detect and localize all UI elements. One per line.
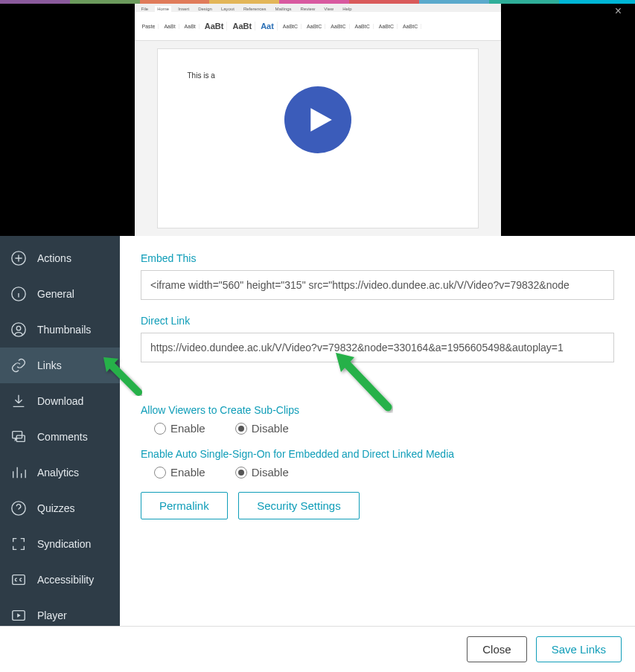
expand-icon <box>10 536 27 552</box>
sidebar-item-label: Analytics <box>37 467 79 479</box>
player-icon <box>10 607 27 624</box>
svg-rect-4 <box>13 432 22 438</box>
sidebar-item-label: Player <box>37 609 67 621</box>
radio-label: Disable <box>252 466 289 479</box>
svg-rect-7 <box>13 575 25 585</box>
ribbon-tab: Insert <box>176 6 191 12</box>
sidebar-item-label: Quizzes <box>37 502 75 514</box>
sso-disable-radio[interactable]: Disable <box>235 466 289 479</box>
sidebar-item-label: Links <box>37 359 62 371</box>
sidebar-item-syndication[interactable]: Syndication <box>0 526 120 562</box>
sidebar: Actions General Thumbnails Links Downloa… <box>0 236 120 626</box>
footer-bar: Close Save Links <box>0 626 635 672</box>
direct-link-label: Direct Link <box>141 315 614 327</box>
sidebar-item-thumbnails[interactable]: Thumbnails <box>0 312 120 348</box>
sidebar-item-accessibility[interactable]: Accessibility <box>0 562 120 598</box>
analytics-icon <box>10 464 27 481</box>
video-preview-bar: File Home Insert Design Layout Reference… <box>0 4 635 236</box>
ribbon-tab: Design <box>196 6 214 12</box>
svg-point-2 <box>12 323 25 336</box>
permalink-button[interactable]: Permalink <box>141 492 228 519</box>
subclips-radios: Enable Disable <box>154 422 614 435</box>
ribbon-tab: Help <box>340 6 354 12</box>
sidebar-item-links[interactable]: Links <box>0 348 120 383</box>
cc-icon <box>10 572 27 588</box>
sidebar-item-comments[interactable]: Comments <box>0 419 120 455</box>
sidebar-item-label: Accessibility <box>37 574 94 586</box>
ribbon-tab: Home <box>155 6 171 12</box>
subclips-disable-radio[interactable]: Disable <box>235 422 289 435</box>
plus-circle-icon <box>10 250 27 266</box>
close-icon[interactable]: × <box>615 4 622 18</box>
sso-label: Enable Auto Single-Sign-On for Embedded … <box>141 448 614 460</box>
video-preview[interactable]: File Home Insert Design Layout Reference… <box>135 4 501 236</box>
save-links-button[interactable]: Save Links <box>536 636 622 662</box>
sidebar-item-label: General <box>37 288 74 300</box>
ribbon-tab: View <box>322 6 336 12</box>
direct-link-input[interactable]: https://video.dundee.ac.uk/V/Video?v=798… <box>141 333 614 362</box>
sidebar-item-download[interactable]: Download <box>0 383 120 419</box>
sidebar-item-general[interactable]: General <box>0 276 120 312</box>
sidebar-item-label: Syndication <box>37 538 91 550</box>
content-panel: Embed This <iframe width="560" height="3… <box>120 236 635 626</box>
ribbon-tab: Mailings <box>273 6 294 12</box>
download-icon <box>10 393 27 409</box>
sso-radios: Enable Disable <box>154 466 614 479</box>
comments-icon <box>10 429 27 445</box>
question-circle-icon <box>10 500 27 516</box>
sidebar-item-actions[interactable]: Actions <box>0 240 120 276</box>
security-settings-button[interactable]: Security Settings <box>238 492 360 519</box>
ribbon-tab: References <box>241 6 269 12</box>
link-icon <box>10 357 27 374</box>
word-ribbon: File Home Insert Design Layout Reference… <box>135 4 501 41</box>
play-icon[interactable] <box>284 86 351 153</box>
sidebar-item-analytics[interactable]: Analytics <box>0 455 120 490</box>
ribbon-tab: Review <box>299 6 318 12</box>
svg-point-3 <box>16 326 21 330</box>
sidebar-item-label: Actions <box>37 252 71 264</box>
embed-input[interactable]: <iframe width="560" height="315" src="ht… <box>141 270 614 300</box>
radio-label: Enable <box>170 422 205 435</box>
ribbon-tab: Layout <box>219 6 237 12</box>
sso-enable-radio[interactable]: Enable <box>154 466 205 479</box>
radio-label: Enable <box>170 466 205 479</box>
subclips-enable-radio[interactable]: Enable <box>154 422 205 435</box>
sidebar-item-label: Download <box>37 395 83 407</box>
radio-label: Disable <box>252 422 289 435</box>
sidebar-item-label: Comments <box>37 431 88 443</box>
user-circle-icon <box>10 321 27 338</box>
subclips-label: Allow Viewers to Create Sub-Clips <box>141 404 614 416</box>
close-button[interactable]: Close <box>467 636 526 662</box>
info-circle-icon <box>10 286 27 302</box>
embed-label: Embed This <box>141 252 614 264</box>
sidebar-item-label: Thumbnails <box>37 324 91 336</box>
ribbon-tab: File <box>139 6 151 12</box>
sidebar-item-quizzes[interactable]: Quizzes <box>0 490 120 526</box>
document-text: This is a <box>188 71 215 80</box>
